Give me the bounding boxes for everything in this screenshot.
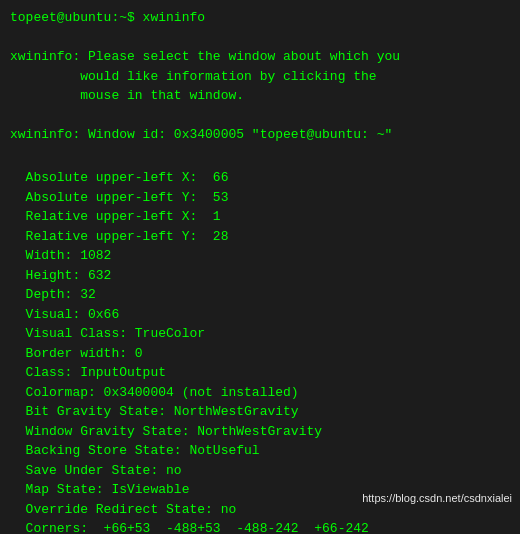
rel-x-line: Relative upper-left X: 1 [10, 207, 510, 227]
class-line: Class: InputOutput [10, 363, 510, 383]
colormap-line: Colormap: 0x3400004 (not installed) [10, 383, 510, 403]
depth-line: Depth: 32 [10, 285, 510, 305]
border-line: Border width: 0 [10, 344, 510, 364]
bit-gravity-line: Bit Gravity State: NorthWestGravity [10, 402, 510, 422]
blank-line-2 [10, 106, 510, 126]
abs-x-line: Absolute upper-left X: 66 [10, 168, 510, 188]
terminal-window: topeet@ubuntu:~$ xwininfo xwininfo: Plea… [0, 0, 520, 534]
rel-y-line: Relative upper-left Y: 28 [10, 227, 510, 247]
corners-line: Corners: +66+53 -488+53 -488-242 +66-242 [10, 519, 510, 534]
abs-y-line: Absolute upper-left Y: 53 [10, 188, 510, 208]
visual-line: Visual: 0x66 [10, 305, 510, 325]
info-line-2: would like information by clicking the [10, 67, 510, 87]
window-info: Absolute upper-left X: 66 Absolute upper… [10, 168, 510, 534]
prompt-line-1: topeet@ubuntu:~$ xwininfo [10, 8, 510, 28]
visual-class-line: Visual Class: TrueColor [10, 324, 510, 344]
blank-line-1 [10, 28, 510, 48]
save-under-line: Save Under State: no [10, 461, 510, 481]
window-id-line: xwininfo: Window id: 0x3400005 "topeet@u… [10, 125, 510, 145]
info-line-1: xwininfo: Please select the window about… [10, 47, 510, 67]
height-line: Height: 632 [10, 266, 510, 286]
blank-line-3 [10, 145, 510, 165]
watermark: https://blog.csdn.net/csdnxialei [362, 492, 512, 504]
info-line-3: mouse in that window. [10, 86, 510, 106]
window-gravity-line: Window Gravity State: NorthWestGravity [10, 422, 510, 442]
width-line: Width: 1082 [10, 246, 510, 266]
backing-store-line: Backing Store State: NotUseful [10, 441, 510, 461]
